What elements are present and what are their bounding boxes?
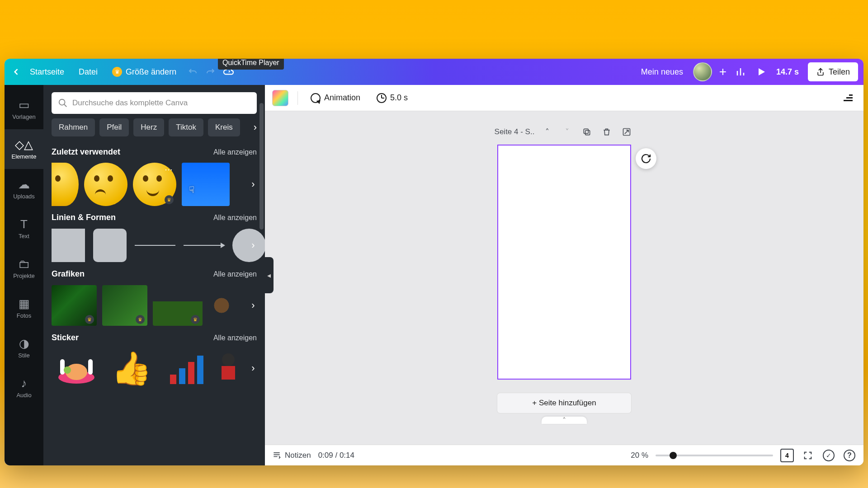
app-header: Startseite Datei ♛ Größe ändern Mein neu… <box>5 59 863 85</box>
rail-label: Fotos <box>17 312 32 319</box>
graphics-scroll-right[interactable]: › <box>247 299 259 312</box>
svg-rect-8 <box>585 131 590 135</box>
rail-elemente[interactable]: ◇△Elemente <box>5 129 43 169</box>
timing-button[interactable]: 5.0 s <box>373 90 411 106</box>
zoom-slider[interactable] <box>656 455 773 456</box>
graphic-vines[interactable]: ♛ <box>153 285 203 326</box>
canvas-page[interactable] <box>497 145 631 380</box>
nav-file[interactable]: Datei <box>71 67 105 77</box>
svg-point-7 <box>222 353 235 366</box>
shape-square[interactable] <box>52 229 85 262</box>
clock-icon <box>377 93 387 103</box>
section-recent-all[interactable]: Alle anzeigen <box>213 148 257 156</box>
sticker-barchart[interactable] <box>162 348 212 389</box>
sticker-scroll-right[interactable]: › <box>247 362 259 375</box>
chip-kreis[interactable]: Kreis <box>208 118 240 136</box>
redo-button[interactable] <box>202 63 220 81</box>
canvas-scroll[interactable]: Seite 4 - S.. ˄ ˅ <box>265 111 863 445</box>
insights-button[interactable] <box>730 61 751 82</box>
rail-stile[interactable]: ◑Stile <box>5 328 43 368</box>
rail-label: Audio <box>16 392 31 399</box>
shape-arrow-line[interactable] <box>184 245 224 246</box>
search-icon <box>58 98 68 108</box>
photos-icon: ▦ <box>19 298 30 310</box>
rail-vorlagen[interactable]: ▭Vorlagen <box>5 89 43 129</box>
element-emoji-partial[interactable] <box>52 163 79 206</box>
page-down-button[interactable]: ˅ <box>560 125 574 139</box>
time-total: 0:14 <box>340 451 354 460</box>
layers-button[interactable] <box>840 92 856 104</box>
element-emoji-thinking[interactable] <box>84 163 127 206</box>
nav-home[interactable]: Startseite <box>23 67 71 77</box>
undo-button[interactable] <box>184 63 202 81</box>
panel-collapse-handle[interactable]: ◂ <box>264 257 274 293</box>
rail-projekte[interactable]: 🗀Projekte <box>5 249 43 288</box>
duplicate-page-button[interactable] <box>580 125 594 139</box>
section-sticker-all[interactable]: Alle anzeigen <box>213 334 257 342</box>
rail-audio[interactable]: ♪Audio <box>5 368 43 408</box>
zoom-value: 20 % <box>631 451 648 460</box>
fullscreen-button[interactable] <box>801 449 815 462</box>
expand-page-button[interactable] <box>619 125 634 139</box>
rail-label: Stile <box>18 352 29 359</box>
timeline-expand-tab[interactable]: ˄ <box>542 417 587 424</box>
notes-button[interactable]: Notizen <box>272 451 311 460</box>
svg-rect-9 <box>584 129 589 133</box>
color-picker-button[interactable] <box>272 90 288 106</box>
page-up-button[interactable]: ˄ <box>540 125 554 139</box>
shapes-scroll-right[interactable]: › <box>247 239 259 252</box>
rail-label: Text <box>19 233 29 239</box>
animation-button[interactable]: Animation <box>307 90 364 106</box>
uploads-icon: ☁ <box>18 178 30 190</box>
projects-icon: 🗀 <box>18 258 30 270</box>
sticker-gift[interactable] <box>217 348 240 389</box>
add-collaborator-button[interactable]: + <box>716 65 730 79</box>
search-input[interactable] <box>72 99 250 108</box>
avatar[interactable] <box>693 62 712 81</box>
search-box[interactable] <box>52 92 257 114</box>
check-button[interactable]: ✓ <box>822 449 835 462</box>
header-duration: 14.7 s <box>772 67 803 77</box>
barchart-icon <box>170 352 203 384</box>
chip-tiktok[interactable]: Tiktok <box>169 118 203 136</box>
rail-fotos[interactable]: ▦Fotos <box>5 288 43 328</box>
sticker-food[interactable] <box>52 348 101 389</box>
recent-scroll-right[interactable]: › <box>247 178 259 191</box>
section-shapes-title: Linien & Formen <box>52 213 116 222</box>
chip-rahmen[interactable]: Rahmen <box>52 118 95 136</box>
chip-pfeil[interactable]: Pfeil <box>99 118 129 136</box>
chips-scroll-right[interactable]: › <box>241 118 259 136</box>
element-blue-gradient[interactable]: ☟ <box>182 163 230 206</box>
add-page-button[interactable]: + Seite hinzufügen <box>497 393 631 413</box>
project-title[interactable]: Mein neues <box>635 67 689 77</box>
regenerate-button[interactable] <box>636 148 656 169</box>
element-emoji-face[interactable]: ⋯ ♛ <box>133 163 176 206</box>
section-shapes-all[interactable]: Alle anzeigen <box>213 214 257 222</box>
graphic-foliage-1[interactable]: ♛ <box>52 285 97 326</box>
zoom-thumb[interactable] <box>670 452 677 459</box>
shape-rounded-square[interactable] <box>93 229 127 262</box>
page-label[interactable]: Seite 4 - S.. <box>495 127 535 136</box>
section-graphics-all[interactable]: Alle anzeigen <box>213 270 257 278</box>
graphic-foliage-2[interactable]: ♛ <box>102 285 147 326</box>
more-icon[interactable]: ⋯ <box>165 164 174 174</box>
sticker-thumbsup[interactable]: 👍 <box>107 348 156 389</box>
stairs-icon <box>844 94 853 101</box>
rail-uploads[interactable]: ☁Uploads <box>5 169 43 209</box>
rail-label: Uploads <box>13 193 35 200</box>
graphic-tree[interactable] <box>208 285 235 326</box>
rail-text[interactable]: TText <box>5 209 43 249</box>
page-count-button[interactable]: 4 <box>780 449 794 462</box>
back-button[interactable] <box>10 66 23 78</box>
tool-rail: ▭Vorlagen ◇△Elemente ☁Uploads TText 🗀Pro… <box>5 85 43 465</box>
svg-rect-3 <box>60 359 65 375</box>
chip-herz[interactable]: Herz <box>133 118 164 136</box>
nav-resize[interactable]: ♛ Größe ändern <box>105 67 184 77</box>
play-button[interactable] <box>751 61 772 82</box>
premium-icon: ♛ <box>191 315 200 324</box>
share-label: Teilen <box>829 67 850 77</box>
delete-page-button[interactable] <box>599 125 614 139</box>
share-button[interactable]: Teilen <box>808 62 858 81</box>
help-button[interactable]: ? <box>843 449 856 462</box>
shape-line[interactable] <box>135 245 175 246</box>
